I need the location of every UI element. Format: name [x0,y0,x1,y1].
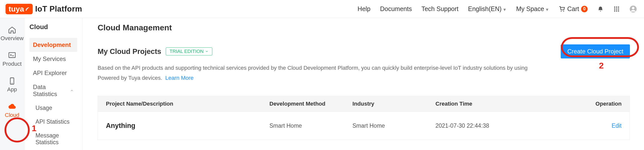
svg-rect-6 [614,8,615,9]
logo-text: tuya [9,5,24,13]
subnav-message-statistics-label: Message Statistics [35,132,74,146]
svg-rect-4 [616,7,617,8]
cart-icon [559,6,565,12]
description-text: Based on the API products and supporting… [98,65,528,81]
section-header: My Cloud Projects TRIAL EDITION Create C… [98,44,630,58]
col-method: Development Method [269,101,352,107]
annotation-number-1: 1 [32,123,36,133]
rail-cloud[interactable]: Cloud [5,102,19,118]
brand-logo[interactable]: tuya IoT Platform [6,4,82,14]
nav-documents[interactable]: Documents [380,5,412,13]
chevron-down-icon [205,50,209,53]
col-project: Project Name/Description [106,101,269,107]
language-label: English(EN) [468,5,502,12]
my-space-dropdown[interactable]: My Space▼ [516,5,549,13]
signal-icon [25,7,30,11]
page-title: Cloud Management [98,23,630,32]
rail-app-label: App [7,86,17,93]
section-description: Based on the API products and supporting… [98,63,540,83]
account-button[interactable] [629,5,637,13]
cart-label: Cart [567,5,579,13]
apps-icon [613,6,620,12]
projects-table: Project Name/Description Development Met… [98,96,630,140]
cloud-icon [8,102,16,111]
cell-project-name: Anything [106,122,269,130]
subnav-api-explorer[interactable]: API Explorer [29,66,77,80]
svg-rect-3 [614,7,615,8]
svg-point-2 [563,11,564,12]
subnav-message-statistics[interactable]: Message Statistics [29,129,77,149]
svg-rect-7 [616,8,617,9]
chevron-up-icon [70,89,74,93]
col-creation-time: Creation Time [435,101,566,107]
rail-overview[interactable]: Overview [1,26,24,42]
bell-icon [597,6,604,12]
subnav-api-statistics-label: API Statistics [35,118,69,125]
table-header-row: Project Name/Description Development Met… [98,96,630,112]
chevron-down-icon: ▼ [503,8,507,12]
cell-creation-time: 2021-07-30 22:44:38 [435,122,566,129]
annotation-number-2: 2 [599,61,604,70]
notifications-button[interactable] [597,6,604,12]
subnav-usage-label: Usage [35,105,52,111]
nav-tech-support[interactable]: Tech Support [421,5,458,13]
cart-link[interactable]: Cart 0 [559,5,588,13]
svg-point-1 [561,11,561,12]
svg-rect-11 [618,10,619,11]
svg-rect-5 [618,7,619,8]
rail-overview-label: Overview [1,35,24,42]
chevron-down-icon: ▼ [545,8,549,12]
svg-point-16 [12,83,13,84]
col-operation: Operation [566,101,622,107]
annotation-circle-1 [5,117,30,142]
subnav-data-statistics[interactable]: Data Statistics [29,80,77,101]
phone-icon [8,77,16,85]
tuya-logo-badge: tuya [6,4,33,14]
learn-more-link[interactable]: Learn More [165,75,194,81]
svg-point-0 [26,10,27,11]
subnav-development-label: Development [33,41,71,48]
section-title: My Cloud Projects [98,47,161,56]
cell-method: Smart Home [269,122,352,129]
svg-rect-10 [616,10,617,11]
topbar-right: Help Documents Tech Support English(EN)▼… [357,5,637,13]
subnav-my-services[interactable]: My Services [29,52,77,66]
subnav-api-explorer-label: API Explorer [33,69,67,77]
svg-point-13 [632,7,634,9]
table-row[interactable]: Anything Smart Home Smart Home 2021-07-3… [98,112,630,140]
language-selector[interactable]: English(EN)▼ [468,5,507,13]
cart-count-badge: 0 [581,6,588,12]
nav-help[interactable]: Help [357,5,370,13]
subnav-title: Cloud [29,23,77,31]
subnav-my-services-label: My Services [33,55,66,62]
user-icon [629,5,637,13]
subnav-api-statistics[interactable]: API Statistics [29,115,77,129]
main-content: Cloud Management My Cloud Projects TRIAL… [83,18,644,150]
home-icon [8,26,16,34]
rail-product[interactable]: Product [3,51,22,67]
edition-label: TRIAL EDITION [170,49,204,54]
topbar: tuya IoT Platform Help Documents Tech Su… [0,0,644,18]
apps-grid-button[interactable] [613,6,620,12]
edition-badge[interactable]: TRIAL EDITION [166,47,212,55]
rail-product-label: Product [3,61,22,67]
subnav-usage[interactable]: Usage [29,101,77,115]
subnav-development[interactable]: Development [29,38,77,52]
my-space-label: My Space [516,5,544,12]
svg-rect-9 [614,10,615,11]
cell-industry: Smart Home [352,122,435,129]
subnav-data-statistics-label: Data Statistics [33,84,70,98]
annotation-circle-2 [561,37,639,57]
rail-app[interactable]: App [7,77,17,93]
left-rail: Overview Product App Cloud 1 [0,18,24,150]
svg-rect-14 [9,53,15,58]
svg-rect-8 [618,8,619,9]
edit-link[interactable]: Edit [566,122,622,129]
platform-name: IoT Platform [35,5,82,14]
col-industry: Industry [352,101,435,107]
terminal-icon [8,51,16,60]
